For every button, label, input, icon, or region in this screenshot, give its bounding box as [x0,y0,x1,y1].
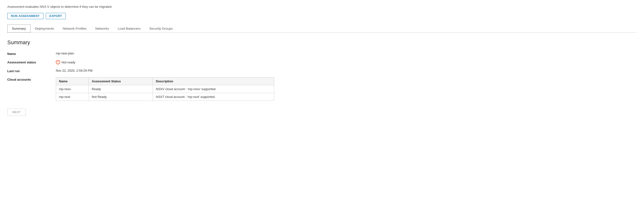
name-label: Name [7,52,56,56]
status-label: Assessment status [7,60,56,64]
toolbar: RUN ASSESSMENT EXPORT [7,13,637,19]
cloud-accounts-table: NameAssessment StatusDescription mp-nsxv… [56,77,274,101]
table-cell: Ready [89,85,153,93]
page-description: Assessment evaluates NSX-V objects to de… [7,5,637,9]
tab-deployments[interactable]: Deployments [30,25,58,32]
table-cell: NSXV cloud account : 'mp-nsxv' supported… [153,85,274,93]
last-run-label: Last run [7,69,56,73]
warning-icon: ! [56,60,60,64]
table-column-header: Name [56,78,89,85]
name-value: mp-new-plan [56,52,637,56]
status-value: ! Not ready [56,60,637,64]
tab-networks[interactable]: Networks [91,25,113,32]
table-cell: Not Ready [89,93,153,101]
table-body: mp-nsxvReadyNSXV cloud account : 'mp-nsx… [56,85,274,101]
tab-network-profiles[interactable]: Network Profiles [58,25,91,32]
tab-summary[interactable]: Summary [7,25,30,33]
status-text: Not ready [62,61,75,64]
last-run-value: Nov 22, 2020, 2:59:29 PM [56,69,637,73]
next-button-area: NEXT [7,109,637,116]
next-button[interactable]: NEXT [7,109,26,116]
tab-security-groups[interactable]: Security Groups [145,25,177,32]
cloud-accounts-label: Cloud accounts [7,77,56,101]
table-header-row: NameAssessment StatusDescription [56,78,274,85]
run-assessment-button[interactable]: RUN ASSESSMENT [7,13,44,19]
info-grid: Name mp-new-plan Assessment status ! Not… [7,52,637,101]
table-cell: NSXT cloud account : 'mp-nsxt' supported… [153,93,274,101]
cloud-accounts-table-wrapper: NameAssessment StatusDescription mp-nsxv… [56,77,637,101]
table-cell: mp-nsxv [56,85,89,93]
tabs-nav: SummaryDeploymentsNetwork ProfilesNetwor… [7,25,637,33]
export-button[interactable]: EXPORT [46,13,66,19]
tab-load-balancers[interactable]: Load Balancers [113,25,145,32]
table-column-header: Description [153,78,274,85]
section-title: Summary [7,39,637,46]
table-row: mp-nsxvReadyNSXV cloud account : 'mp-nsx… [56,85,274,93]
table-column-header: Assessment Status [89,78,153,85]
table-cell: mp-nsxt [56,93,89,101]
table-row: mp-nsxtNot ReadyNSXT cloud account : 'mp… [56,93,274,101]
